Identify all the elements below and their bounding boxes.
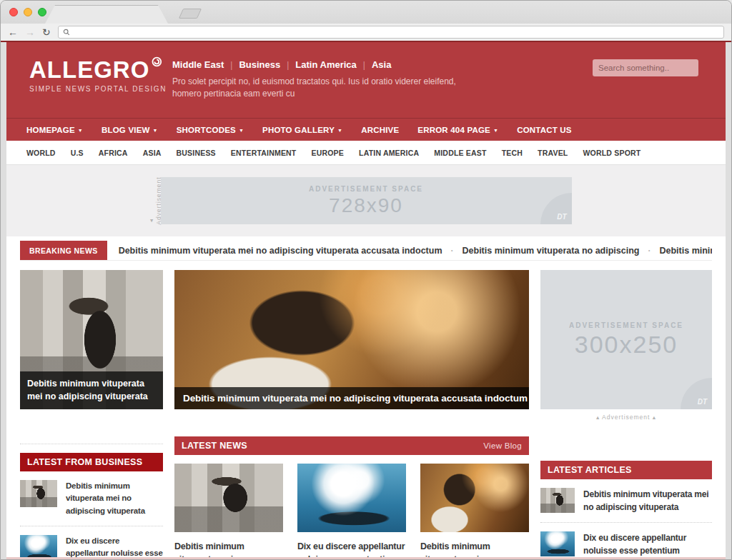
side-ad-banner[interactable]: ADVERTISEMENT SPACE 300x250 DT (540, 270, 712, 409)
chevron-down-icon: ▼ (239, 128, 244, 133)
top-ad-banner[interactable]: ADVERTISEMENT SPACE 728x90 DT (161, 177, 572, 224)
browser-window: ← → ↻ ALLEGRO SIMPLE NEWS PORTA (0, 0, 732, 560)
quick-link-asia[interactable]: Asia (372, 59, 391, 70)
subnav-item-world[interactable]: WORLD (26, 149, 56, 157)
subnav-item-middle-east[interactable]: MIDDLE EAST (434, 149, 486, 157)
search-input[interactable] (598, 64, 708, 72)
subnav-item-tech[interactable]: TECH (502, 149, 523, 157)
header-quick-links: Middle East | Business | Latin America |… (172, 59, 480, 70)
ad-size-label: 300x250 (575, 331, 678, 359)
nav-item-photo-gallery[interactable]: PHOTO GALLERY▼ (262, 126, 342, 134)
featured-article-main[interactable]: Debitis minimum vituperata mei no adipis… (174, 270, 529, 421)
article-title[interactable]: Debitis minimum vituperata mei no adipis… (583, 488, 712, 514)
ticker-item[interactable]: Debitis minimum vituperata mei no adipis… (119, 246, 442, 256)
chevron-down-icon: ▼ (153, 128, 158, 133)
refresh-icon[interactable]: ↻ (42, 27, 51, 37)
logo-mark-icon (152, 56, 162, 67)
news-card[interactable]: Debitis minimum vituperata mei no adipis… (174, 464, 283, 559)
article-title[interactable]: Dix eu discere appellantur noluisse esse… (66, 535, 163, 559)
article-title[interactable]: Dix eu discere appellantur noluisse esse… (583, 531, 712, 557)
list-item[interactable]: Dix eu discere appellantur noluisse esse… (20, 526, 163, 559)
site-tagline: SIMPLE NEWS PORTAL DESIGN (29, 85, 162, 93)
subnav-item-travel[interactable]: TRAVEL (538, 149, 568, 157)
nav-item-blog-view[interactable]: BLOG VIEW▼ (102, 126, 158, 134)
top-ad-band: ▴ Advertisement ▴ ADVERTISEMENT SPACE 72… (6, 165, 726, 236)
site-logo[interactable]: ALLEGRO (29, 58, 149, 81)
news-card[interactable]: Dix eu discere appellantur noluisse esse… (297, 464, 406, 559)
forward-icon[interactable]: → (25, 27, 35, 37)
nav-item-homepage[interactable]: HOMEPAGE▼ (26, 126, 83, 134)
sidebar-ad-cell: ADVERTISEMENT SPACE 300x250 DT ▴ Adverti… (540, 270, 712, 421)
ticker-item[interactable]: Debitis minimum vituperata no adipiscing (463, 246, 640, 256)
close-window-button[interactable] (9, 8, 18, 16)
featured-caption[interactable]: Debitis minimum vituperata mei no adipis… (174, 387, 529, 409)
header-description: Pro solet percipit no, id euismod tracta… (172, 76, 480, 101)
ad-space-label: ADVERTISEMENT SPACE (569, 321, 683, 329)
ticker-separator: · (648, 246, 651, 256)
maximize-window-button[interactable] (38, 8, 46, 16)
address-bar[interactable] (58, 26, 724, 39)
content-container: BREAKING NEWS Debitis minimum vituperata… (20, 241, 712, 559)
link-separator: | (363, 60, 365, 70)
article-thumbnail[interactable] (540, 488, 575, 513)
ad-size-label: 728x90 (329, 194, 403, 217)
subnav-item-us[interactable]: U.S (71, 149, 84, 157)
page-cutoff-strip (6, 557, 726, 559)
featured-caption[interactable]: Debitis minimum vituperata mei no adipis… (20, 371, 163, 410)
browser-tab[interactable] (45, 5, 168, 24)
featured-article-secondary[interactable]: Debitis minimum vituperata mei no adipis… (20, 270, 163, 421)
article-thumbnail[interactable] (20, 535, 57, 559)
view-blog-link[interactable]: View Blog (483, 441, 522, 450)
article-thumbnail[interactable] (420, 464, 529, 532)
nav-item-shortcodes[interactable]: SHORTCODES▼ (177, 126, 244, 134)
page-viewport: ALLEGRO SIMPLE NEWS PORTAL DESIGN Middle… (6, 42, 726, 559)
latest-articles-section: LATEST ARTICLES Debitis minimum vitupera… (540, 461, 712, 559)
article-thumbnail[interactable] (174, 464, 283, 532)
featured-row: Debitis minimum vituperata mei no adipis… (20, 270, 712, 421)
article-title[interactable]: Debitis minimum vituperata mei no adipis… (66, 480, 163, 517)
latest-news-section: LATEST NEWS View Blog Debitis minimum vi… (174, 436, 529, 559)
news-card[interactable]: Debitis minimum vituperata mei no adipis… (420, 464, 529, 559)
featured-photo-man-portrait[interactable]: Debitis minimum vituperata mei no adipis… (174, 270, 529, 409)
subnav-item-entertainment[interactable]: ENTERTAINMENT (231, 149, 297, 157)
quick-link-business[interactable]: Business (239, 59, 280, 70)
ticker-item[interactable]: Debitis minimum vituperata mei no adipis… (659, 246, 712, 256)
ticker-separator: · (451, 246, 454, 256)
subnav-item-business[interactable]: BUSINESS (177, 149, 216, 157)
address-bar-input[interactable] (74, 28, 719, 36)
site-header: ALLEGRO SIMPLE NEWS PORTAL DESIGN Middle… (6, 42, 726, 118)
subnav-item-latin-america[interactable]: LATIN AMERICA (359, 149, 419, 157)
list-item[interactable]: Debitis minimum vituperata mei no adipis… (20, 471, 163, 526)
ad-provider-badge: DT (681, 378, 712, 409)
latest-row: LATEST FROM BUSINESS Debitis minimum vit… (20, 436, 712, 559)
ad-space-label: ADVERTISEMENT SPACE (309, 185, 423, 193)
quick-link-latin-america[interactable]: Latin America (295, 59, 357, 70)
nav-item-archive[interactable]: ARCHIVE (361, 126, 399, 134)
main-nav: HOMEPAGE▼ BLOG VIEW▼ SHORTCODES▼ PHOTO G… (6, 118, 726, 141)
nav-item-contact-us[interactable]: CONTACT US (517, 126, 572, 134)
back-icon[interactable]: ← (8, 27, 18, 37)
subnav-item-world-sport[interactable]: WORLD SPORT (583, 149, 640, 157)
header-intro: Middle East | Business | Latin America |… (172, 58, 480, 118)
article-thumbnail[interactable] (540, 531, 575, 556)
section-title-latest-from-business: LATEST FROM BUSINESS (20, 453, 163, 471)
nav-item-error-404[interactable]: ERROR 404 PAGE▼ (417, 126, 498, 134)
breaking-news-bar: BREAKING NEWS Debitis minimum vituperata… (20, 241, 712, 261)
logo-block[interactable]: ALLEGRO SIMPLE NEWS PORTAL DESIGN (29, 58, 162, 118)
category-nav: WORLD U.S AFRICA ASIA BUSINESS ENTERTAIN… (6, 141, 726, 165)
article-thumbnail[interactable] (20, 480, 57, 507)
breaking-news-label: BREAKING NEWS (20, 241, 107, 261)
section-title-latest-news: LATEST NEWS (182, 441, 247, 451)
quick-link-middle-east[interactable]: Middle East (172, 59, 224, 70)
new-tab-button[interactable] (179, 9, 202, 19)
search-icon (63, 29, 70, 36)
featured-photo-woman-running[interactable]: Debitis minimum vituperata mei no adipis… (20, 270, 163, 409)
article-thumbnail[interactable] (297, 464, 406, 532)
minimize-window-button[interactable] (24, 8, 32, 16)
subnav-item-europe[interactable]: EUROPE (311, 149, 344, 157)
header-search[interactable] (593, 59, 698, 76)
subnav-item-asia[interactable]: ASIA (143, 149, 162, 157)
list-item[interactable]: Debitis minimum vituperata mei no adipis… (540, 479, 712, 522)
list-item[interactable]: Dix eu discere appellantur noluisse esse… (540, 522, 712, 559)
subnav-item-africa[interactable]: AFRICA (99, 149, 128, 157)
